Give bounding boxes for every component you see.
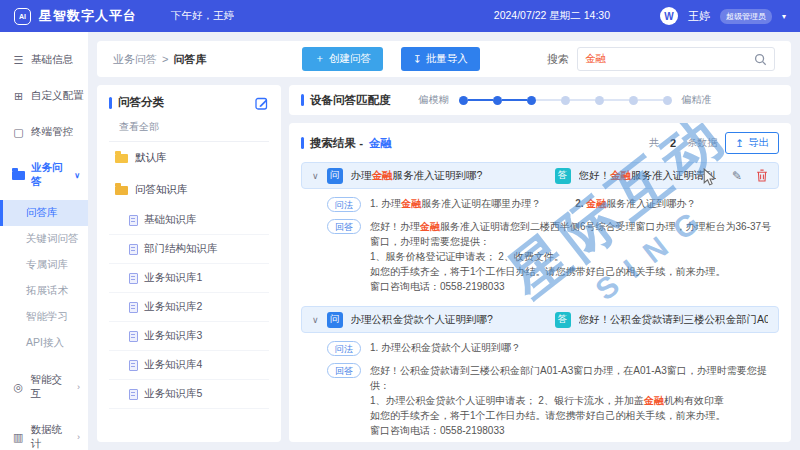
sidebar-nav: ☰ 基础信息 ⊞ 自定义配置 ▢ 终端管控 业务问答 ∨ 问答库 关键词问答 专… [0,32,88,450]
import-icon: ↧ [413,53,422,65]
view-all-link[interactable]: 查看全部 [109,110,269,142]
datetime-text: 2024/07/22 星期二 14:30 [494,9,610,23]
tree-file[interactable]: 业务知识库5 [109,380,269,409]
qa-row-header[interactable]: ∨ 问 办理金融服务准入证明到哪? 答 您好！金融服务准入证明请到二楼A区一事联… [301,162,779,189]
answer-tag: 回答 [327,363,361,378]
answer-badge: 答 [555,312,571,328]
answer-text: 您好！公积金贷款请到三楼公积金部门A01-A3窗口办理 [579,313,768,327]
breadcrumb-parent[interactable]: 业务问答 [113,52,157,67]
question-text: 办理公积金贷款个人证明到哪? [351,313,547,327]
main-content: 业务问答 > 问答库 ＋ 创建问答 ↧ 批量导入 搜索 问答分类 查看全部 [88,32,800,450]
match-degree-slider[interactable]: 偏模糊 偏精准 [419,93,712,107]
breadcrumb-separator: > [162,53,168,65]
create-qa-button[interactable]: ＋ 创建问答 [302,47,383,71]
tree-file-label: 业务知识库2 [144,300,202,314]
section-accent-bar [301,137,304,149]
match-degree-title: 设备问答匹配度 [310,93,391,108]
tree-file[interactable]: 基础知识库 [109,206,269,235]
sidebar-subitem-scripts[interactable]: 拓展话术 [0,278,88,304]
delete-icon[interactable] [756,169,768,182]
collapse-chevron-icon[interactable]: ∨ [312,171,319,181]
doc-icon [129,331,138,342]
tree-file[interactable]: 业务知识库3 [109,322,269,351]
doc-icon [129,273,138,284]
tree-file[interactable]: 业务知识库4 [109,351,269,380]
user-menu-caret-icon[interactable]: ▾ [782,12,786,21]
sidebar-item-smart-interaction[interactable]: ◎ 智能交互 › [0,362,88,412]
results-title: 搜索结果 - [310,136,363,151]
tree-folder-kb[interactable]: 问答知识库 [109,174,269,206]
sidebar-subitem-smart-learning[interactable]: 智能学习 [0,304,88,330]
question-text: 办理金融服务准入证明到哪? [351,169,547,183]
edit-icon[interactable]: ✎ [732,169,742,183]
answer-detail-text: 您好！办理金融服务准入证明请您到二楼西半侧6号综合受理窗口办理，办理柜台为36-… [370,219,773,294]
tree-file[interactable]: 业务知识库2 [109,293,269,322]
greeting-text: 下午好，王婷 [171,9,234,23]
tree-file-label: 基础知识库 [144,213,197,227]
sidebar-subitem-keyword-qa[interactable]: 关键词问答 [0,226,88,252]
sidebar-item-custom-config[interactable]: ⊞ 自定义配置 [0,78,88,114]
sidebar-subitem-exclusive-lexicon[interactable]: 专属词库 [0,252,88,278]
sidebar-item-label: 智能交互 [31,373,71,401]
answer-badge: 答 [555,168,571,184]
grid-icon: ⊞ [12,90,25,103]
tree-file-label: 部门结构知识库 [144,242,218,256]
answer-detail-text: 您好！公积金贷款请到三楼公积金部门A01-A3窗口办理，在A01-A3窗口，办理… [370,363,773,438]
export-icon: ↥ [735,137,744,149]
user-avatar[interactable]: W [660,7,678,25]
search-box [577,47,775,71]
folder-open-icon [115,186,128,195]
sidebar-item-label: 业务问答 [31,161,68,189]
doc-icon [129,360,138,371]
answer-tag: 回答 [327,219,361,234]
chevron-down-icon: ∨ [74,171,80,180]
tree-file[interactable]: 部门结构知识库 [109,235,269,264]
export-label: 导出 [748,136,769,150]
sidebar-subitem-qa-library[interactable]: 问答库 [0,200,88,226]
section-accent-bar [301,94,304,106]
sidebar-item-business-qa[interactable]: 业务问答 ∨ [0,150,88,200]
search-label: 搜索 [547,52,569,67]
answer-text: 您好！金融服务准入证明请到二楼A区一事联办A05-A10窗口办理 [579,169,716,183]
section-accent-bar [109,97,112,109]
export-button[interactable]: ↥ 导出 [725,132,779,154]
sidebar-item-label: 自定义配置 [31,89,84,103]
qa-row-detail: 问法 1. 办理金融服务准入证明在哪里办理？ 2. 金融服务准入证到哪办？ 回答… [301,189,779,298]
folder-icon [12,171,25,180]
sidebar-item-basic-info[interactable]: ☰ 基础信息 [0,42,88,78]
tree-folder-label: 问答知识库 [135,183,188,197]
ask-variant: 1. 办理公积金贷款个人证明到哪？ [370,341,521,355]
plus-icon: ＋ [314,52,325,66]
sidebar-item-label: 终端管控 [31,125,73,139]
ask-tag: 问法 [327,197,361,212]
slider-right-label: 偏精准 [682,93,712,107]
search-results-panel: 搜索结果 - 金融 共2条数据 ↥ 导出 ∨ 问 办理金融服务准入证明到哪? [289,123,791,442]
sidebar-item-terminal-control[interactable]: ▢ 终端管控 [0,114,88,150]
breadcrumb-current: 问答库 [173,52,206,67]
search-input[interactable] [585,53,754,65]
chevron-right-icon: › [77,432,80,442]
batch-import-button[interactable]: ↧ 批量导入 [401,47,480,71]
question-badge: 问 [327,168,343,184]
sidebar-subitem-api-access[interactable]: API接入 [0,330,88,356]
edit-category-icon[interactable] [255,96,269,110]
app-logo-icon: AI [14,8,31,25]
search-icon[interactable] [754,53,767,66]
sidebar-item-data-statistics[interactable]: ▥ 数据统计 › [0,412,88,450]
collapse-chevron-icon[interactable]: ∨ [312,315,319,325]
layers-icon: ☰ [12,54,25,67]
results-count-suffix: 条数据 [687,136,717,150]
tree-file[interactable]: 业务知识库1 [109,264,269,293]
ask-variant: 2. 金融服务准入证到哪办？ [575,197,696,211]
doc-icon [129,302,138,313]
qa-row-header[interactable]: ∨ 问 办理公积金贷款个人证明到哪? 答 您好！公积金贷款请到三楼公积金部门A0… [301,306,779,333]
doc-icon [129,244,138,255]
bar-chart-icon: ▥ [12,431,25,444]
folder-icon [115,154,128,163]
tree-folder-default[interactable]: 默认库 [109,142,269,174]
tree-file-label: 业务知识库1 [144,271,202,285]
tree-file-label: 业务知识库3 [144,329,202,343]
doc-icon [129,389,138,400]
create-qa-label: 创建问答 [329,52,371,66]
ask-tag: 问法 [327,341,361,356]
